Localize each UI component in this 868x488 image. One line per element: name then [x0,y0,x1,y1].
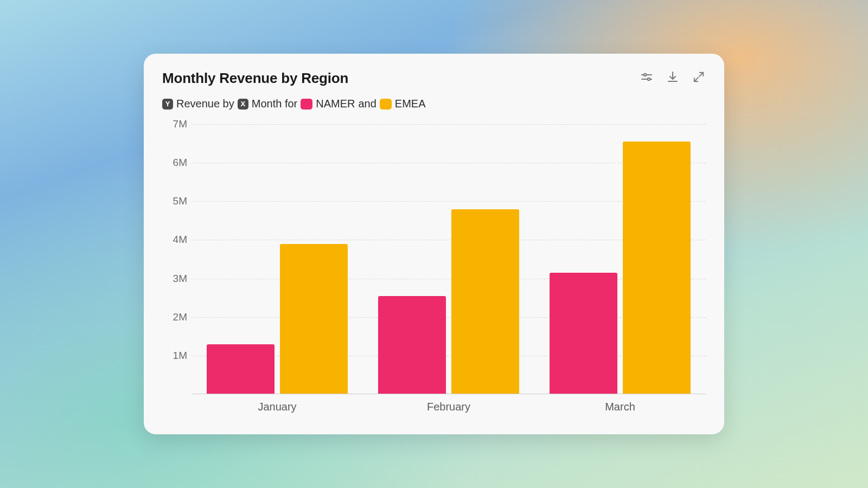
y-tick-label: 5M [173,195,187,207]
y-axis-pill: Y [162,99,173,110]
x-axis: JanuaryFebruaryMarch [162,394,706,419]
chart-actions [640,70,706,85]
legend-label-emea: EMEA [395,98,426,110]
svg-point-1 [644,74,647,76]
bar-emea[interactable] [451,209,519,394]
settings-button[interactable] [640,71,654,85]
legend-text-revenue: Revenue by [176,98,234,110]
bar-emea[interactable] [623,142,691,394]
legend-swatch-namer [301,99,312,110]
chart-area: 1M2M3M4M5M6M7M [162,124,706,394]
x-tick-label: March [534,394,706,419]
sliders-icon [640,70,653,86]
legend-swatch-emea [380,99,392,110]
y-tick-label: 2M [173,311,187,323]
bars-layer [192,124,706,394]
x-axis-pill: X [238,99,248,110]
svg-point-3 [648,78,650,81]
card-header: Monthly Revenue by Region [162,70,706,87]
chart-title: Monthly Revenue by Region [162,70,348,87]
chart-legend: Y Revenue by X Month for NAMER and EMEA [162,98,706,110]
baseline [192,394,706,394]
y-tick-label: 6M [173,157,187,169]
y-tick-label: 7M [173,118,187,130]
bar-namer[interactable] [207,344,275,394]
plot-area [192,124,706,394]
bar-group [534,124,706,394]
legend-label-namer: NAMER [316,98,355,110]
svg-line-6 [699,73,703,76]
legend-text-month: Month for [252,98,297,110]
y-tick-label: 1M [173,350,187,362]
chart-card: Monthly Revenue by Region [144,54,724,434]
legend-joiner: and [358,98,376,110]
bar-namer[interactable] [550,273,617,394]
y-tick-label: 3M [173,273,187,285]
y-axis: 1M2M3M4M5M6M7M [162,124,192,394]
bar-namer[interactable] [378,296,446,394]
x-tick-label: January [192,394,363,419]
download-icon [666,70,679,86]
bar-emea[interactable] [280,244,348,394]
expand-button[interactable] [692,71,706,85]
y-tick-label: 4M [173,234,187,246]
expand-icon [693,71,705,85]
x-tick-label: February [363,394,534,419]
bar-group [363,124,534,394]
bar-group [192,124,363,394]
svg-line-7 [694,78,698,81]
download-button[interactable] [666,71,680,85]
